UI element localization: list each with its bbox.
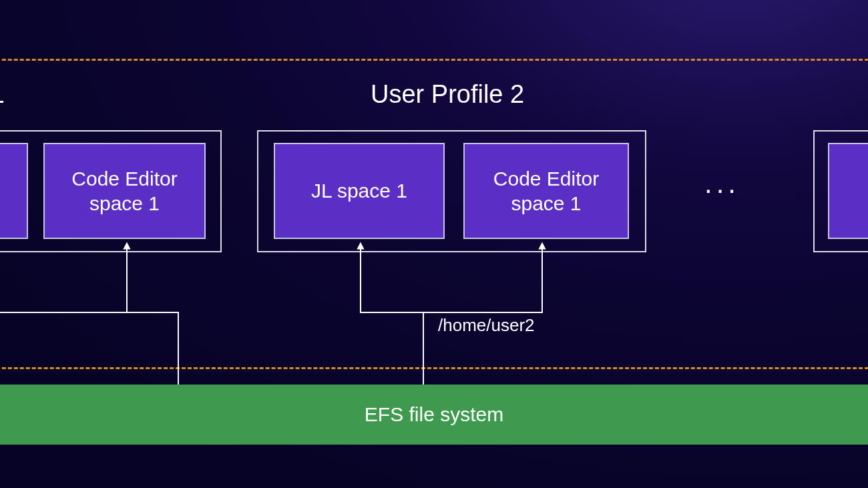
path-user2: /home/user2: [438, 315, 535, 336]
dashed-top-border: [0, 59, 868, 61]
profile-1-code-editor-label: Code Editor space 1: [71, 166, 177, 216]
profile-2-code-editor-space: Code Editor space 1: [463, 143, 629, 239]
profile-2-title: User Profile 2: [371, 80, 524, 109]
dashed-bottom-border: [0, 367, 868, 369]
profile-1-code-editor-space: Code Editor space 1: [43, 143, 206, 239]
profile-2-jl-space: JL space 1: [274, 143, 445, 239]
ellipsis: ···: [704, 174, 740, 206]
profile-n-space-partial: [828, 143, 868, 239]
efs-label: EFS file system: [365, 403, 503, 426]
profile-1-title: e 1: [0, 80, 5, 109]
profile-2-code-editor-label: Code Editor space 1: [493, 166, 599, 216]
profile-1-space-partial: [0, 143, 28, 239]
efs-bar: EFS file system: [0, 385, 868, 445]
profile-2-jl-label: JL space 1: [311, 178, 407, 204]
diagram-canvas: e 1 Code Editor space 1 User Profile 2 J…: [0, 0, 868, 488]
